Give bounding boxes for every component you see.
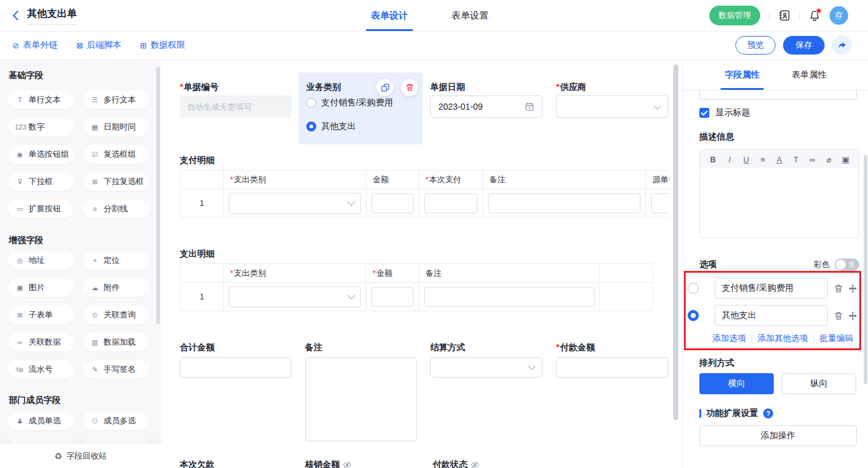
source-no-input[interactable] xyxy=(651,193,670,213)
align-icon[interactable]: ≡ xyxy=(757,155,768,164)
pill-linked-data[interactable]: ∞关联数据 xyxy=(8,333,74,351)
scrolled-field-input[interactable] xyxy=(699,90,857,100)
pill-select[interactable]: ⊽下拉框 xyxy=(8,172,74,191)
data-manage-button[interactable]: 数据管理 xyxy=(709,6,760,25)
bill-date-input[interactable]: 2023-01-09 xyxy=(430,95,542,118)
drag-option-handle[interactable] xyxy=(848,311,857,320)
business-option-1[interactable]: 支付销售/采购费用 xyxy=(306,97,393,108)
pill-checkbox-group[interactable]: ☑复选框组 xyxy=(83,145,149,164)
col-remark: 备注 xyxy=(489,175,505,184)
remark-input[interactable] xyxy=(488,193,640,213)
pill-radio-group[interactable]: ◉单选按钮组 xyxy=(8,145,74,164)
radio-unselected[interactable] xyxy=(306,98,316,108)
arrange-horizontal-button[interactable]: 横向 xyxy=(699,373,774,394)
backend-script-link[interactable]: ⊠ 后端脚本 xyxy=(76,31,122,60)
business-option-1-label: 支付销售/采购费用 xyxy=(321,97,393,108)
remark-textarea[interactable] xyxy=(305,357,417,441)
remark-input[interactable] xyxy=(424,287,595,307)
chevron-down-icon xyxy=(347,291,355,299)
radio-selected[interactable] xyxy=(306,121,316,131)
tab-form-properties[interactable]: 表单属性 xyxy=(792,60,826,90)
pill-multi-select[interactable]: ⊞下拉复选框 xyxy=(83,172,149,191)
pill-number[interactable]: 123数字 xyxy=(8,118,74,136)
form-title[interactable]: 其他支出单 xyxy=(27,7,77,25)
pill-member-multi[interactable]: ⚇成员多选 xyxy=(83,412,149,430)
bold-icon[interactable]: B xyxy=(707,155,719,164)
user-avatar[interactable]: 存 xyxy=(830,6,848,25)
copy-icon xyxy=(381,83,390,92)
settlement-select[interactable] xyxy=(430,357,542,377)
link-icon[interactable]: ∞ xyxy=(807,155,818,164)
pill-data-load[interactable]: ▥数据加载 xyxy=(83,333,149,351)
tab-form-settings[interactable]: 表单设置 xyxy=(451,0,489,31)
pill-member-single[interactable]: ♟成员单选 xyxy=(8,412,74,430)
insert-image-icon[interactable]: ▣ xyxy=(840,155,851,164)
batch-edit-link[interactable]: 批量编辑 xyxy=(820,333,853,344)
delete-field-button[interactable] xyxy=(401,79,418,96)
pill-location[interactable]: ⌖定位 xyxy=(83,251,149,270)
total-amount-input[interactable] xyxy=(180,357,291,377)
option-1-radio[interactable] xyxy=(688,283,699,294)
option-2-input[interactable] xyxy=(715,305,828,326)
delete-option-button[interactable] xyxy=(834,284,843,293)
add-option-link[interactable]: 添加选项 xyxy=(712,333,746,344)
data-permission-link[interactable]: ⊞ 数据权限 xyxy=(140,31,185,60)
notification-bell-icon[interactable] xyxy=(808,9,821,22)
color-toggle[interactable]: 关 xyxy=(835,258,859,271)
option-links: 添加选项 添加其他选项 批量编辑 xyxy=(712,333,853,344)
form-external-link[interactable]: ⊘ 表单外链 xyxy=(12,31,58,60)
payment-amount-input[interactable] xyxy=(556,357,668,377)
sidebar-scrollbar[interactable] xyxy=(156,67,160,324)
option-2-radio[interactable] xyxy=(688,310,699,321)
share-button[interactable] xyxy=(832,35,852,55)
pill-subform[interactable]: ⊞子表单 xyxy=(8,306,74,324)
chevron-down-icon xyxy=(528,362,536,370)
pill-multi-line-text[interactable]: ☰多行文本 xyxy=(83,91,149,109)
pill-divider-field[interactable]: ≡分割线 xyxy=(83,200,149,218)
preview-button[interactable]: 预览 xyxy=(735,36,776,55)
back-icon[interactable] xyxy=(10,9,22,22)
font-size-icon[interactable]: T xyxy=(790,155,802,164)
pill-datetime[interactable]: ▦日期时间 xyxy=(83,118,149,136)
pill-image[interactable]: ▣图片 xyxy=(8,278,74,297)
help-icon[interactable]: ? xyxy=(763,408,773,418)
copy-field-button[interactable] xyxy=(376,79,394,96)
pill-attachment[interactable]: ☁附件 xyxy=(83,278,149,297)
pill-signature[interactable]: ✎手写签名 xyxy=(83,360,149,379)
address-book-icon[interactable] xyxy=(778,9,790,22)
unlink-icon[interactable]: ⌀ xyxy=(823,155,835,164)
font-color-icon[interactable]: A xyxy=(774,155,785,164)
supplier-select[interactable] xyxy=(556,95,668,118)
delete-option-button[interactable] xyxy=(834,311,843,320)
amount-input[interactable] xyxy=(371,287,414,307)
underline-icon[interactable]: U xyxy=(741,155,752,164)
pill-address[interactable]: ◎地址 xyxy=(8,251,74,270)
expense-table-header: 支出类别 金额 备注 xyxy=(180,264,653,283)
pill-extend-button[interactable]: ▭扩展按钮 xyxy=(8,200,74,218)
add-other-option-link[interactable]: 添加其他选项 xyxy=(758,333,808,344)
pill-single-line-text[interactable]: T单行文本 xyxy=(8,91,74,109)
save-button[interactable]: 保存 xyxy=(783,36,825,55)
arrange-vertical-button[interactable]: 纵向 xyxy=(782,373,856,394)
richtext-editor-body[interactable] xyxy=(699,169,859,238)
expense-type-select[interactable] xyxy=(229,286,361,307)
expense-type-select[interactable] xyxy=(229,193,361,214)
show-title-checkbox[interactable] xyxy=(699,108,709,118)
amount-input[interactable] xyxy=(371,193,414,213)
pill-serial-number[interactable]: №流水号 xyxy=(8,360,74,379)
this-payment-input[interactable] xyxy=(424,193,477,213)
business-type-field-selected[interactable]: 业务类别 支付销售/采购费用 其他支出 xyxy=(299,73,423,144)
option-1-input[interactable] xyxy=(715,278,828,299)
business-option-2[interactable]: 其他支出 xyxy=(306,121,356,132)
toolbar-actions: 预览 保存 xyxy=(735,31,852,60)
canvas-scrollbar[interactable] xyxy=(673,64,678,420)
italic-icon[interactable]: I xyxy=(724,155,735,164)
add-action-button[interactable]: 添加操作 xyxy=(699,425,857,446)
field-recycle-bin[interactable]: ♻ 字段回收站 xyxy=(0,444,161,468)
tab-field-properties[interactable]: 字段属性 xyxy=(725,60,760,90)
tab-form-design[interactable]: 表单设计 xyxy=(371,0,408,31)
drag-option-handle[interactable] xyxy=(848,284,857,293)
bill-no-input[interactable] xyxy=(180,95,291,118)
page-scrollbar[interactable] xyxy=(864,155,867,384)
pill-linked-query[interactable]: ⊙关联查询 xyxy=(83,306,149,324)
